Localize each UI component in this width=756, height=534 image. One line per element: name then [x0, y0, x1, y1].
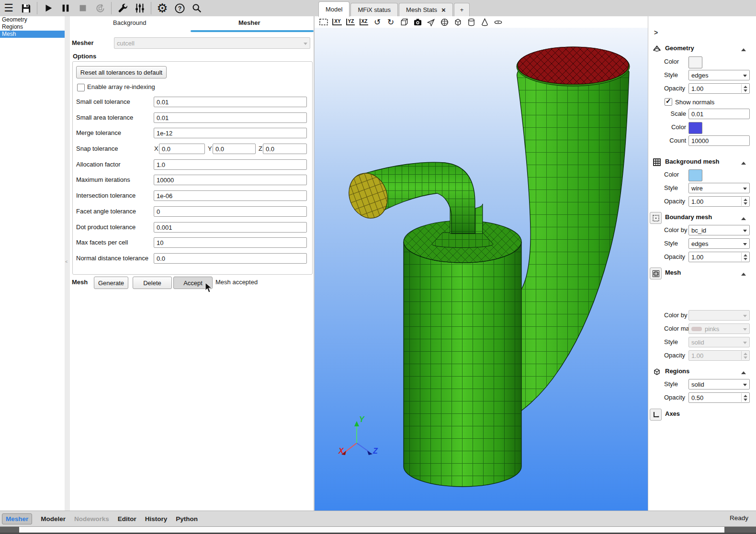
mode-mesher[interactable]: Mesher [2, 513, 32, 524]
tree-item-mesh[interactable]: Mesh [0, 31, 65, 38]
mesh-color-map-select[interactable]: pinks [688, 323, 750, 334]
boundary-mesh-style-select[interactable]: edges [688, 238, 750, 249]
mode-editor[interactable]: Editor [118, 515, 136, 523]
rotate-cw-button[interactable]: ↻ [385, 17, 396, 27]
snap-tolerance-y-input[interactable] [213, 144, 256, 154]
tab-model[interactable]: Model [318, 1, 350, 17]
generate-mesh-button[interactable]: Generate [94, 277, 128, 289]
collapse-caret-icon[interactable] [741, 270, 746, 276]
mesher-select[interactable]: cutcell [114, 37, 310, 49]
axes-toggle-button[interactable] [650, 409, 662, 421]
enable-array-reindexing-checkbox[interactable] [77, 84, 85, 91]
reset-tolerances-button[interactable]: Reset all tolerances to default [76, 66, 167, 78]
run-button[interactable] [40, 1, 57, 15]
close-icon[interactable]: × [441, 6, 446, 13]
view-xz-button[interactable]: XZ [359, 17, 369, 27]
boundary-mesh-opacity-spinbox[interactable]: 1.00 [688, 252, 750, 262]
maximum-iterations-input[interactable] [154, 175, 307, 185]
reset-button[interactable] [91, 1, 109, 15]
geometry-section-header[interactable]: Geometry [648, 43, 756, 55]
geometry-color-swatch[interactable] [688, 56, 702, 68]
add-cylinder-button[interactable] [466, 17, 476, 27]
normal-distance-tolerance-input[interactable] [154, 253, 307, 264]
rotate-ccw-button[interactable]: ↺ [372, 17, 383, 27]
perspective-button[interactable] [399, 17, 409, 27]
view-yz-button[interactable]: YZ [345, 17, 356, 27]
build-button[interactable] [114, 1, 131, 15]
tab-mfix-status[interactable]: MFiX status [350, 3, 398, 16]
help-button[interactable]: ? [171, 1, 188, 15]
panel-splitter[interactable]: < [65, 16, 70, 511]
background-mesh-section-header[interactable]: Background mesh [648, 156, 756, 168]
boundary-mesh-color-by-select[interactable]: bc_id [688, 225, 750, 235]
spin-arrows-icon[interactable] [741, 253, 749, 261]
tree-item-regions[interactable]: Regions [0, 23, 65, 31]
resize-grip[interactable] [724, 527, 756, 533]
menu-button[interactable]: ☰ [0, 1, 17, 15]
add-disc-button[interactable] [493, 17, 503, 27]
intersection-tolerance-input[interactable] [154, 190, 307, 201]
small-area-tolerance-input[interactable] [154, 112, 307, 123]
facet-angle-tolerance-input[interactable] [154, 206, 307, 217]
spin-arrows-icon[interactable] [741, 84, 749, 93]
snap-tolerance-z-input[interactable] [263, 144, 307, 154]
mesh-color-by-select[interactable] [688, 310, 750, 321]
settings-button[interactable]: ⚙ [154, 1, 171, 15]
3d-viewport[interactable]: X Y Z [315, 28, 648, 511]
max-facets-per-cell-input[interactable] [154, 237, 307, 248]
mesh-opacity-spinbox[interactable]: 1.00 [688, 350, 750, 361]
mesh-section-header[interactable]: Mesh [648, 267, 756, 279]
collapse-sidebar-button[interactable]: > [654, 29, 658, 36]
view-xy-button[interactable]: XY [332, 17, 342, 27]
spin-arrows-icon[interactable] [741, 393, 749, 402]
screenshot-button[interactable] [412, 17, 423, 27]
normals-scale-input[interactable] [688, 109, 750, 119]
reset-view-button[interactable] [318, 17, 329, 27]
normals-count-input[interactable] [688, 135, 750, 146]
snap-tolerance-x-input[interactable] [159, 144, 205, 154]
tab-mesher[interactable]: Mesher [238, 19, 260, 26]
spin-arrows-icon[interactable] [741, 351, 749, 360]
tab-background[interactable]: Background [113, 19, 146, 26]
tree-item-geometry[interactable]: Geometry [0, 16, 65, 23]
boundary-mesh-toggle-button[interactable] [650, 212, 662, 224]
add-sphere-button[interactable] [439, 17, 450, 27]
pause-button[interactable] [57, 1, 74, 15]
save-button[interactable] [17, 1, 34, 15]
allocation-factor-input[interactable] [154, 159, 307, 170]
collapse-caret-icon[interactable] [741, 46, 746, 51]
boundary-mesh-section-header[interactable]: Boundary mesh [648, 212, 756, 223]
add-cone-button[interactable] [479, 17, 490, 27]
delete-mesh-button[interactable]: Delete [133, 277, 172, 289]
geometry-opacity-spinbox[interactable]: 1.00 [688, 83, 750, 94]
spin-arrows-icon[interactable] [741, 197, 749, 206]
normals-color-swatch[interactable] [688, 122, 702, 134]
collapse-caret-icon[interactable] [741, 215, 746, 220]
mode-modeler[interactable]: Modeler [41, 515, 66, 523]
merge-tolerance-input[interactable] [154, 128, 307, 138]
collapse-caret-icon[interactable] [741, 369, 746, 374]
add-box-button[interactable] [452, 17, 463, 27]
mode-python[interactable]: Python [176, 515, 198, 523]
regions-style-select[interactable]: solid [688, 379, 750, 389]
mode-history[interactable]: History [145, 515, 168, 523]
show-normals-checkbox[interactable] [665, 98, 672, 106]
background-mesh-opacity-spinbox[interactable]: 1.00 [688, 196, 750, 207]
regions-opacity-spinbox[interactable]: 0.50 [688, 392, 750, 403]
collapse-caret-icon[interactable] [741, 159, 746, 165]
tab-mesh-stats[interactable]: Mesh Stats× [399, 3, 453, 16]
geometry-style-select[interactable]: edges [688, 70, 750, 80]
background-mesh-style-select[interactable]: wire [688, 183, 750, 193]
parameters-button[interactable] [131, 1, 148, 15]
mesh-toggle-button[interactable] [650, 267, 662, 279]
small-cell-tolerance-input[interactable] [154, 97, 307, 107]
search-button[interactable] [188, 1, 205, 15]
dot-product-tolerance-input[interactable] [154, 222, 307, 233]
background-mesh-color-swatch[interactable] [688, 169, 702, 181]
mesh-style-select[interactable]: solid [688, 337, 750, 347]
visibility-button[interactable] [426, 17, 436, 27]
axes-section-header[interactable]: Axes [648, 409, 756, 420]
stop-button[interactable] [74, 1, 91, 15]
tab-add[interactable]: + [454, 3, 470, 16]
regions-section-header[interactable]: Regions [648, 366, 756, 378]
